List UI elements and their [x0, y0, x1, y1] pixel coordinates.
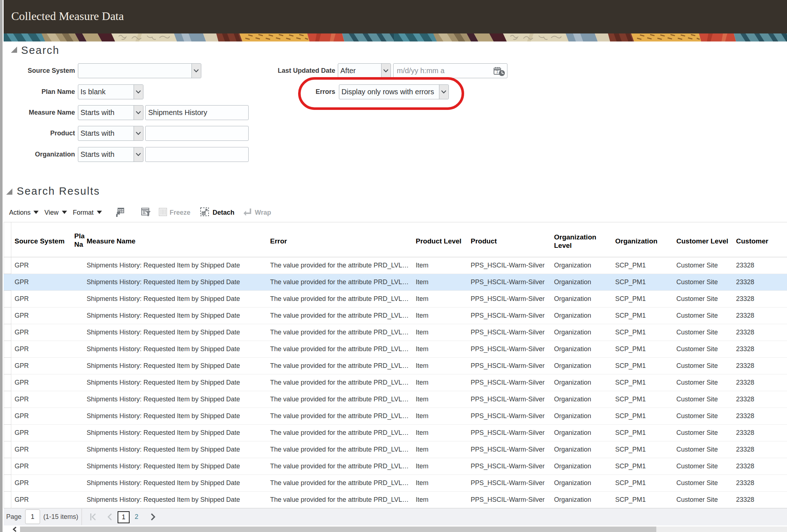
svg-text:1: 1	[496, 70, 498, 74]
